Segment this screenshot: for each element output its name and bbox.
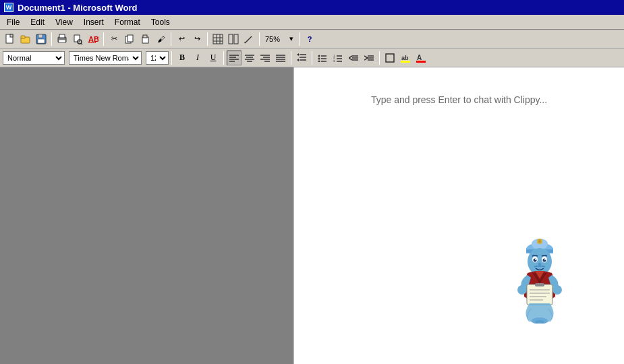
bullet-list-button[interactable] (315, 51, 330, 65)
svg-point-91 (517, 285, 527, 295)
svg-text:ABC: ABC (88, 35, 98, 43)
svg-rect-93 (527, 284, 552, 305)
svg-rect-3 (21, 36, 25, 38)
svg-rect-18 (143, 35, 147, 38)
svg-text:3.: 3. (333, 59, 335, 62)
insert-table-button[interactable] (210, 32, 225, 47)
svg-rect-72 (386, 54, 394, 62)
new-button[interactable] (3, 32, 18, 47)
svg-point-52 (318, 57, 320, 59)
align-left-button[interactable] (227, 51, 242, 65)
menu-edit[interactable]: Edit (25, 16, 50, 28)
spell-check-button[interactable]: ABC (86, 32, 101, 47)
title-text: Document1 - Microsoft Word (18, 3, 137, 13)
title-bar: W Document1 - Microsoft Word (0, 0, 624, 15)
clippy-svg (509, 236, 570, 324)
menu-format[interactable]: Format (109, 16, 146, 28)
svg-text:ab: ab (401, 55, 409, 61)
line-spacing-button[interactable] (294, 51, 309, 65)
document-area[interactable] (0, 67, 293, 364)
separator-2 (103, 32, 104, 46)
cut-button[interactable]: ✂ (107, 32, 121, 47)
align-right-button[interactable] (258, 51, 273, 65)
svg-rect-74 (401, 61, 410, 63)
open-button[interactable] (18, 32, 33, 47)
svg-line-68 (364, 58, 368, 60)
svg-line-63 (349, 58, 352, 60)
svg-marker-49 (297, 59, 299, 61)
svg-line-12 (81, 43, 82, 44)
print-preview-button[interactable] (70, 32, 85, 47)
svg-rect-76 (416, 61, 426, 63)
svg-point-86 (534, 259, 537, 262)
clippy-panel: Type and press Enter to chat with Clippy… (293, 67, 624, 364)
format-toolbar: Normal Times New Roman 12 B I U (0, 49, 624, 67)
svg-point-54 (318, 60, 320, 62)
separator-5 (259, 32, 260, 46)
svg-line-26 (245, 36, 252, 43)
format-painter-button[interactable]: 🖌 (153, 32, 168, 47)
svg-line-62 (349, 56, 352, 58)
border-button[interactable] (382, 51, 397, 65)
style-select[interactable]: Normal (3, 51, 65, 65)
zoom-value: 75% (265, 35, 280, 43)
paste-button[interactable] (138, 32, 152, 47)
save-button[interactable] (34, 32, 49, 47)
highlight-button[interactable]: ab (398, 51, 413, 65)
copy-button[interactable] (122, 32, 137, 47)
undo-button[interactable]: ↩ (174, 32, 189, 47)
separator-fmt-5 (379, 51, 380, 65)
font-color-button[interactable]: A (414, 51, 428, 65)
separator-4 (207, 32, 208, 46)
separator-3 (171, 32, 171, 46)
drawing-button[interactable] (242, 32, 256, 47)
underline-button[interactable]: U (206, 51, 221, 65)
menu-file[interactable]: File (1, 16, 25, 28)
menu-view[interactable]: View (50, 16, 78, 28)
italic-button[interactable]: I (190, 51, 205, 65)
increase-indent-button[interactable] (362, 51, 376, 65)
main-content: Type and press Enter to chat with Clippy… (0, 67, 624, 364)
separator-6 (299, 32, 300, 46)
zoom-dropdown-icon: ▾ (289, 34, 293, 43)
svg-point-90 (538, 263, 541, 266)
zoom-select[interactable]: 75% ▾ (262, 32, 296, 47)
chat-hint: Type and press Enter to chat with Clippy… (294, 94, 624, 105)
svg-point-87 (543, 259, 546, 262)
font-select[interactable]: Times New Roman (69, 51, 142, 65)
help-button[interactable]: ? (302, 32, 317, 47)
clippy-character (509, 236, 570, 324)
menu-tools[interactable]: Tools (146, 16, 175, 28)
bold-button[interactable]: B (175, 51, 190, 65)
menu-insert[interactable]: Insert (78, 16, 109, 28)
standard-toolbar: ABC ✂ 🖌 ↩ ↪ 75% ▾ ? (0, 30, 624, 49)
separator-fmt-4 (312, 51, 312, 65)
menu-bar: File Edit View Insert Format Tools (0, 15, 624, 30)
svg-rect-10 (74, 35, 80, 42)
separator-1 (51, 32, 52, 46)
svg-rect-6 (38, 39, 45, 43)
svg-point-50 (318, 55, 320, 57)
svg-rect-24 (229, 34, 233, 44)
align-center-button[interactable] (242, 51, 257, 65)
svg-rect-9 (59, 40, 65, 42)
separator-fmt-3 (291, 51, 291, 65)
word-icon: W (4, 3, 13, 12)
columns-button[interactable] (226, 32, 241, 47)
separator-fmt-2 (223, 51, 224, 65)
svg-point-89 (544, 259, 546, 260)
justify-button[interactable] (273, 51, 288, 65)
svg-point-82 (538, 240, 541, 243)
font-size-select[interactable]: 12 (146, 51, 169, 65)
svg-line-67 (364, 56, 368, 58)
svg-rect-94 (535, 283, 544, 286)
numbered-list-button[interactable]: 1.2.3. (331, 51, 345, 65)
print-button[interactable] (55, 32, 69, 47)
svg-rect-5 (38, 34, 42, 38)
redo-button[interactable]: ↪ (190, 32, 204, 47)
svg-rect-16 (127, 35, 133, 42)
svg-rect-8 (59, 34, 65, 38)
decrease-indent-button[interactable] (346, 51, 361, 65)
svg-point-88 (535, 259, 536, 260)
svg-point-92 (552, 285, 562, 295)
